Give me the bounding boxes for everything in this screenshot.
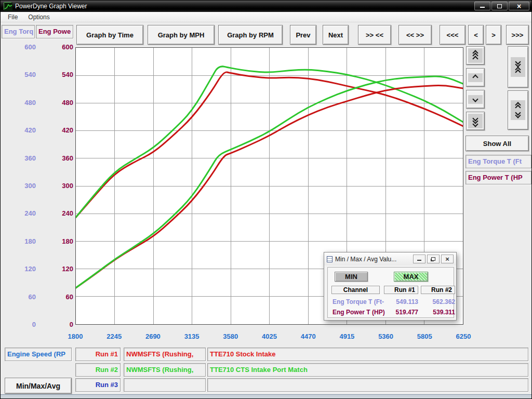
y-axis-tick-label: 480 <box>1 99 73 107</box>
graph-by-mph-button[interactable]: Graph by MPH <box>148 25 215 45</box>
close-button[interactable]: × <box>509 2 529 10</box>
scroll-left-fast-button[interactable]: <<< <box>440 25 466 45</box>
prev-button[interactable]: Prev <box>290 25 316 45</box>
power-row-channel: Eng Power T (HP) <box>332 309 385 316</box>
run3-description-box <box>207 378 528 392</box>
y-axis-tick-label: 420 <box>1 126 73 135</box>
x-axis-tick-label: 4025 <box>262 332 277 340</box>
app-window: PowerDyne Graph Viewer × File Options En… <box>0 0 532 399</box>
chevron-down-icon <box>468 95 483 104</box>
x-axis-tick-label: 5805 <box>417 332 432 340</box>
minmax-title-bar[interactable]: Min / Max / Avg Valu... × <box>324 252 456 265</box>
run2-description-box: TTE710 CTS Intake Port Match <box>207 363 528 377</box>
minmax-window-title: Min / Max / Avg Valu... <box>335 256 411 263</box>
torque-channel-box: Eng Torque T (Ft <box>466 155 531 168</box>
window-controls: × <box>474 2 529 10</box>
triple-chevron-down-icon <box>468 114 483 128</box>
scroll-right-button[interactable]: > <box>486 25 501 45</box>
power-row-run1-value: 519.477 <box>384 309 418 316</box>
pan-down-fast-button[interactable] <box>466 112 485 130</box>
chevron-up-icon <box>468 73 483 82</box>
minimize-icon <box>417 260 421 261</box>
minimize-icon <box>480 6 485 8</box>
min-toggle-button[interactable]: MIN <box>335 272 368 282</box>
zoom-in-x-button[interactable]: >> << <box>358 25 391 45</box>
power-axis-scale: 060120180240300360420480540600 <box>1 47 73 325</box>
run3-label-box: Run #3 <box>75 378 121 392</box>
form-icon <box>327 256 332 262</box>
next-button[interactable]: Next <box>323 25 349 45</box>
y-axis-tick-label: 0 <box>1 321 73 329</box>
menu-bar: File Options <box>1 12 532 22</box>
x-channel-label-box: Engine Speed (RP <box>5 348 72 361</box>
expand-y-range-button[interactable] <box>508 90 528 130</box>
scroll-right-fast-button[interactable]: >>> <box>506 25 529 45</box>
run2-column-header: Run #2 <box>421 286 455 294</box>
minmax-minimize-button[interactable] <box>413 255 425 263</box>
y-axis-tick-label: 300 <box>1 182 73 190</box>
minimize-button[interactable] <box>474 2 490 10</box>
x-axis-tick-label: 3135 <box>184 332 200 340</box>
close-icon: × <box>445 256 449 262</box>
window-bottom-frame <box>1 394 532 399</box>
run1-label-box: Run #1 <box>75 348 121 361</box>
y-axis-tick-label: 540 <box>1 71 73 79</box>
maximize-button[interactable] <box>491 2 508 10</box>
x-axis-tick-label: 2690 <box>145 332 161 340</box>
torque-row-run1-value: 549.113 <box>384 298 418 305</box>
power-row-run2-value: 539.311 <box>421 309 455 316</box>
pan-up-button[interactable] <box>466 68 485 87</box>
y-axis-tick-label: 120 <box>1 265 73 273</box>
y-axis-tick-label: 240 <box>1 209 73 218</box>
minmax-close-button[interactable]: × <box>441 255 454 263</box>
window-title: PowerDyne Graph Viewer <box>15 3 87 10</box>
close-icon: × <box>517 3 521 10</box>
x-axis-tick-label: 2245 <box>107 332 122 340</box>
zoom-out-x-button[interactable]: << >> <box>398 25 432 45</box>
y-axis-tick-label: 360 <box>1 154 73 163</box>
run1-column-header: Run #1 <box>384 286 418 294</box>
max-toggle-button[interactable]: MAX <box>394 272 428 282</box>
x-axis-tick-label: 1800 <box>68 332 83 340</box>
y-axis-tick-label: 60 <box>1 293 73 301</box>
menu-options[interactable]: Options <box>24 12 54 22</box>
torque-row-channel: Eng Torque T (Ft- <box>332 298 384 305</box>
scroll-left-button[interactable]: < <box>468 25 484 45</box>
graph-by-rpm-button[interactable]: Graph by RPM <box>218 25 283 45</box>
pan-down-button[interactable] <box>466 90 485 109</box>
run2-operator-box: NWMSFTS (Rushing, <box>124 363 206 377</box>
x-axis-tick-label: 4470 <box>301 332 316 340</box>
menu-file[interactable]: File <box>4 12 22 22</box>
y-axis-tick-label: 180 <box>1 237 73 246</box>
run3-operator-box <box>124 378 206 392</box>
graph-by-time-button[interactable]: Graph by Time <box>76 25 143 45</box>
power-axis-header: Eng Powe <box>36 25 73 38</box>
expand-range-icon <box>511 100 525 120</box>
x-axis-tick-label: 5360 <box>378 332 393 340</box>
minmax-maximize-button[interactable] <box>427 255 440 263</box>
show-all-button[interactable]: Show All <box>466 136 529 151</box>
title-bar[interactable]: PowerDyne Graph Viewer × <box>1 1 532 12</box>
torque-axis-header: Eng Torq <box>2 25 35 38</box>
run1-operator-box: NWMSFTS (Rushing, <box>124 348 206 361</box>
run1-description-box: TTE710 Stock Intake <box>207 348 528 361</box>
compress-y-range-button[interactable] <box>508 46 528 88</box>
app-icon <box>4 2 12 10</box>
x-axis-tick-label: 3580 <box>223 332 238 340</box>
power-channel-box: Eng Power T (HP <box>466 171 531 184</box>
torque-row-run2-value: 562.362 <box>421 298 455 305</box>
run2-label-box: Run #2 <box>75 363 121 377</box>
compress-range-icon <box>511 57 525 77</box>
minmax-values-window: Min / Max / Avg Valu... × MIN MAX Channe… <box>324 252 457 321</box>
min-max-avg-button[interactable]: Min/Max/Avg <box>5 378 72 394</box>
pan-up-fast-button[interactable] <box>466 46 485 65</box>
y-axis-tick-label: 600 <box>1 43 73 51</box>
x-axis-tick-label: 4915 <box>339 332 354 340</box>
maximize-icon <box>497 4 502 8</box>
channel-column-header: Channel <box>331 286 380 294</box>
x-axis-tick-label: 6250 <box>456 332 471 340</box>
restore-icon <box>431 257 435 261</box>
rpm-axis-scale: 1800224526903135358040254470491553605805… <box>75 332 463 342</box>
triple-chevron-up-icon <box>468 48 483 63</box>
